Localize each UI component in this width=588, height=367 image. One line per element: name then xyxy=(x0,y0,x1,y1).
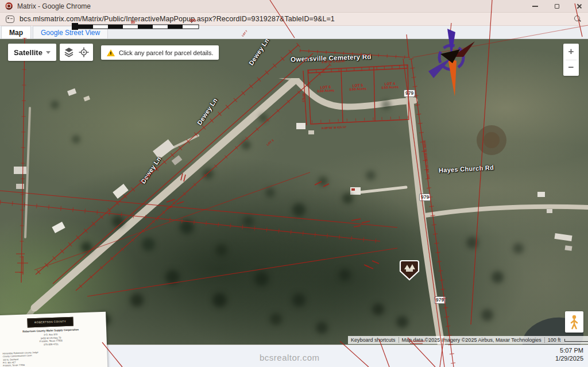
locate-icon[interactable] xyxy=(78,47,90,58)
warning-icon xyxy=(107,49,115,56)
address-bar[interactable]: bcs.mlsmatrix.com/Matrix/Public/Interact… xyxy=(0,13,588,26)
keyboard-shortcuts-link[interactable]: Keyboard shortcuts xyxy=(348,337,399,343)
zoom-out-button[interactable]: − xyxy=(563,60,579,76)
scale-label: 100 ft xyxy=(545,337,564,343)
bare-tree xyxy=(477,125,506,155)
pegman-control[interactable] xyxy=(565,311,583,333)
chrome-icon xyxy=(5,2,13,10)
lot-label-4: LOT 4 0.50 Acres xyxy=(375,81,405,91)
pegman-icon xyxy=(570,315,579,330)
tab-google-street-view[interactable]: Google Street View xyxy=(33,26,108,38)
url-text[interactable]: bcs.mlsmatrix.com/Matrix/Public/Interact… xyxy=(20,15,335,23)
site-info-icon[interactable] xyxy=(6,16,14,23)
minimize-button[interactable] xyxy=(525,0,545,13)
map-type-dropdown[interactable]: Satellite xyxy=(8,44,56,61)
scanned-letter: ROBERTSON COUNTY Robertson County Water … xyxy=(0,312,108,367)
scale-bar xyxy=(564,339,588,342)
watermark: bcsrealtor.com xyxy=(260,353,320,362)
letter-recipient: Honorable Robertson County Judge County … xyxy=(2,351,38,367)
lot-label-6: LOT 6 0.50 Acres xyxy=(311,84,341,94)
parcel-notice-text: Click any parcel for parcel details. xyxy=(119,49,213,56)
zoom-control: + − xyxy=(563,44,579,76)
restore-button[interactable] xyxy=(547,0,567,13)
clock-date: 1/29/2025 xyxy=(555,355,583,363)
letterhead-logo: ROBERTSON COUNTY xyxy=(27,317,74,328)
highway-shield-979: 979 xyxy=(434,296,446,304)
layer-toolbox xyxy=(60,44,93,61)
highway-shield-979: 979 xyxy=(404,90,415,97)
chevron-down-icon xyxy=(46,51,51,54)
window-title: Matrix - Google Chrome xyxy=(17,2,91,10)
layers-icon[interactable] xyxy=(63,47,75,58)
highway-shield-979: 979 xyxy=(419,194,431,201)
zoom-indicator-icon[interactable] xyxy=(574,16,581,22)
parcel-notice: Click any parcel for parcel details. xyxy=(101,45,219,60)
close-button[interactable] xyxy=(569,0,588,13)
map-attribution: Keyboard shortcuts Map data ©2025 Imager… xyxy=(348,336,588,344)
map-type-label: Satellite xyxy=(14,48,42,57)
tab-map[interactable]: Map xyxy=(1,26,31,38)
clock-time: 5:07 PM xyxy=(555,347,583,355)
letter-address: P.O. Box 870 3458 W US Hwy 79 Franklin, … xyxy=(0,331,107,348)
screen: Dewey Ln Dewey Ln Dewey Ln Owensville Ce… xyxy=(0,0,588,367)
map-credits: Map data ©2025 Imagery ©2025 Airbus, Max… xyxy=(399,337,544,343)
page-tab-strip: Map Google Street View xyxy=(0,26,588,39)
taskbar-clock[interactable]: 5:07 PM 1/29/2025 xyxy=(555,347,583,362)
lot-label-5: LOT 5 0.50 Acres xyxy=(343,83,373,92)
satellite-map[interactable] xyxy=(0,39,588,345)
window-title-bar: Matrix - Google Chrome xyxy=(0,0,588,13)
zoom-in-button[interactable]: + xyxy=(563,44,579,60)
